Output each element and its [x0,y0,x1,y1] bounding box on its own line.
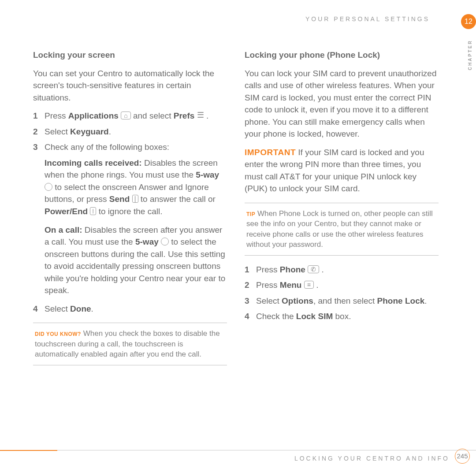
prefs-icon: ☰ [197,112,204,119]
phone-icon: ✆ [308,265,319,273]
tip-box: TIP When Phone Lock is turned on, other … [245,203,439,256]
incoming-calls-block: Incoming calls received: Disables the sc… [33,157,227,218]
right-step-3: 3 Select Options, and then select Phone … [245,295,439,307]
five-way-icon [161,238,169,245]
chapter-label: CHAPTER [468,40,472,70]
right-step-1: 1 Press Phone ✆ . [245,264,439,276]
right-heading: Locking your phone (Phone Lock) [245,49,439,61]
applications-icon: ⌂ [121,112,130,119]
on-a-call-block: On a call: Disables the screen after you… [33,224,227,297]
right-step-2: 2 Press Menu ≡ . [245,279,439,291]
right-intro: You can lock your SIM card to prevent un… [245,67,439,140]
page-number: 245 [455,449,470,464]
did-you-know-box: DID YOU KNOW? When you check the boxes t… [33,323,227,365]
left-step-2: 2 Select Keyguard. [33,126,227,138]
five-way-icon [45,183,52,191]
page-body: YOUR PERSONAL SETTINGS Locking your scre… [33,15,447,373]
footer-section-title: LOCKING YOUR CENTRO AND INFO [0,455,476,462]
left-heading: Locking your screen [33,49,227,61]
footer-accent [0,450,57,451]
right-step-4: 4 Check the Lock SIM box. [245,310,439,323]
left-step-3: 3 Check any of the following boxes: [33,141,227,153]
send-icon: | [132,195,138,203]
left-column: Locking your screen You can set your Cen… [33,49,227,373]
left-step-4: 4 Select Done. [33,303,227,315]
tip-tag: TIP [246,211,255,217]
section-header: YOUR PERSONAL SETTINGS [33,15,447,22]
chapter-number-badge: 12 [461,14,476,29]
right-column: Locking your phone (Phone Lock) You can … [245,49,439,373]
important-block: IMPORTANT If your SIM card is locked and… [245,146,439,195]
page-footer: LOCKING YOUR CENTRO AND INFO [0,450,476,462]
left-intro: You can set your Centro to automatically… [33,67,227,104]
power-end-icon: ⁞ [90,207,96,215]
menu-icon: ≡ [304,281,314,289]
left-step-1: 1 Press Applications ⌂ and select Prefs … [33,110,227,122]
did-you-know-tag: DID YOU KNOW? [35,331,81,337]
important-tag: IMPORTANT [245,148,296,157]
